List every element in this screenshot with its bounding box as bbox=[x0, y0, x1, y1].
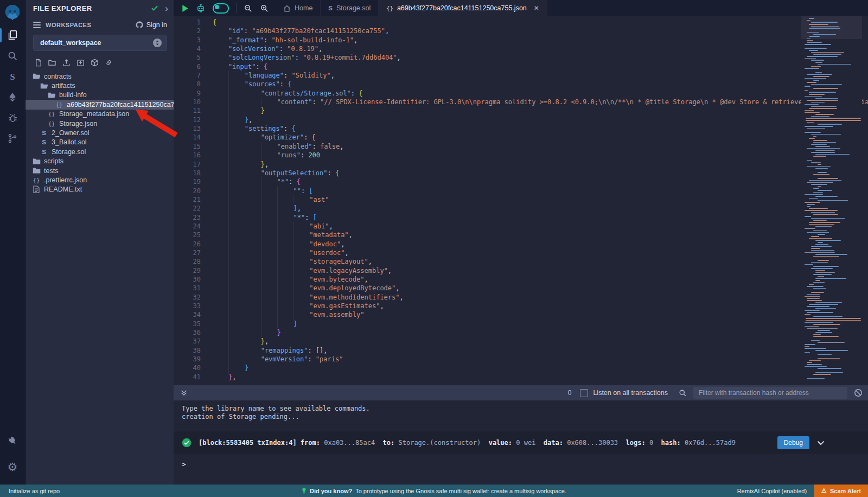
tree-item[interactable]: artifacts bbox=[25, 81, 174, 90]
code-text: "abi", bbox=[213, 222, 333, 231]
indent-guide bbox=[278, 302, 294, 310]
indent-guide bbox=[229, 98, 245, 106]
minimap-row bbox=[813, 274, 832, 275]
code-line: 17}, bbox=[174, 160, 868, 169]
tree-item[interactable]: tests bbox=[25, 166, 174, 175]
minimap[interactable] bbox=[801, 16, 862, 385]
terminal-collapse-icon[interactable] bbox=[180, 389, 188, 397]
minimap-row bbox=[805, 78, 826, 79]
tree-item[interactable]: {}Storage_metadata.json bbox=[25, 110, 174, 119]
transaction-summary[interactable]: [block:5583405 txIndex:4] from: 0xa03...… bbox=[199, 439, 777, 447]
indent-guide bbox=[245, 187, 261, 195]
file-explorer-icon[interactable] bbox=[0, 25, 25, 46]
code-text: "evm.deployedBytecode", bbox=[213, 284, 400, 292]
indent-guide bbox=[278, 266, 294, 275]
tree-item[interactable]: scripts bbox=[25, 157, 174, 166]
activity-bottom-icons: ⚙ bbox=[0, 430, 25, 477]
tab-home[interactable]: Home bbox=[276, 0, 321, 16]
signin-label: Sign in bbox=[146, 21, 167, 29]
new-file-icon[interactable] bbox=[33, 58, 43, 67]
link-icon[interactable] bbox=[104, 58, 113, 67]
tree-item[interactable]: build-info bbox=[25, 91, 174, 100]
code-line: 12}, bbox=[174, 116, 868, 124]
upload-file-icon[interactable] bbox=[61, 58, 71, 67]
tab-storage-sol[interactable]: SStorage.sol bbox=[321, 0, 379, 16]
scam-alert-button[interactable]: ⚠ Scam Alert bbox=[814, 485, 868, 497]
solidity-compiler-icon[interactable]: S bbox=[0, 66, 25, 87]
copilot-toggle[interactable] bbox=[213, 3, 229, 14]
indent-guide bbox=[245, 222, 261, 231]
indent-guide bbox=[245, 204, 261, 213]
tree-item-label: build-info bbox=[59, 91, 87, 99]
code-editor[interactable]: 1{2"id": "a69b43f277ba20fcac141151250ca7… bbox=[174, 16, 868, 385]
terminal-header: 0 Listen on all transactions bbox=[174, 385, 868, 400]
cube-icon[interactable] bbox=[90, 58, 99, 67]
token: : bbox=[295, 54, 303, 61]
indent-guide bbox=[213, 124, 229, 133]
github-signin-button[interactable]: Sign in bbox=[135, 21, 167, 29]
tree-item-label: a69b43f277ba20fcac141151250ca7... bbox=[67, 101, 180, 109]
indent-guide bbox=[261, 98, 277, 106]
tree-item[interactable]: S3_Ballot.sol bbox=[25, 138, 174, 147]
clear-console-icon[interactable] bbox=[854, 388, 863, 397]
workspace-menu-icon[interactable] bbox=[33, 22, 41, 28]
tree-item[interactable]: S2_Owner.sol bbox=[25, 128, 174, 137]
minimap-row bbox=[811, 184, 827, 185]
indent-guide bbox=[229, 124, 245, 133]
minimap-row bbox=[805, 194, 823, 195]
tip-text: To prototype using the Gnosis safe multi… bbox=[355, 488, 566, 494]
tree-item[interactable]: contracts bbox=[25, 72, 174, 81]
tree-item[interactable]: README.txt bbox=[25, 185, 174, 194]
json-icon: {} bbox=[32, 177, 41, 183]
token: "evm.legacyAssembly" bbox=[309, 267, 388, 275]
close-icon[interactable]: ✕ bbox=[534, 4, 539, 12]
zoom-in-icon[interactable] bbox=[260, 4, 269, 13]
expand-transaction-icon[interactable] bbox=[817, 441, 825, 445]
plugin-manager-icon[interactable] bbox=[0, 425, 29, 457]
minimap-row bbox=[805, 126, 833, 127]
tree-item[interactable]: {}a69b43f277ba20fcac141151250ca7... bbox=[25, 100, 174, 109]
terminal-prompt[interactable]: > bbox=[182, 460, 186, 468]
token: , bbox=[318, 45, 322, 53]
indent-guide bbox=[229, 320, 245, 328]
minimap-row bbox=[805, 68, 819, 69]
code-text: "ast" bbox=[213, 195, 329, 204]
token: "paris" bbox=[316, 355, 343, 363]
accept-check-icon[interactable] bbox=[151, 5, 158, 11]
code-line: 18"outputSelection": { bbox=[174, 169, 868, 177]
listen-all-checkbox[interactable] bbox=[580, 389, 588, 397]
token: "language" bbox=[245, 72, 284, 79]
zoom-out-icon[interactable] bbox=[244, 4, 253, 13]
search-icon[interactable] bbox=[0, 46, 25, 66]
tree-item[interactable]: {}.prettierrc.json bbox=[25, 175, 174, 184]
line-number: 9 bbox=[174, 89, 213, 98]
token: "remappings" bbox=[261, 347, 308, 354]
ai-copilot-robot-icon[interactable] bbox=[196, 3, 206, 13]
settings-icon[interactable]: ⚙ bbox=[0, 456, 25, 477]
transaction-filter-input[interactable] bbox=[693, 387, 847, 399]
panel-expand-icon[interactable]: › bbox=[165, 4, 168, 13]
minimap-row bbox=[811, 102, 825, 103]
git-icon[interactable] bbox=[0, 128, 25, 149]
copilot-status[interactable]: RemixAI Copilot (enabled) bbox=[737, 488, 807, 494]
new-folder-icon[interactable] bbox=[47, 58, 57, 67]
git-init-button[interactable]: Initialize as git repo bbox=[0, 488, 60, 494]
terminal-search-icon[interactable] bbox=[679, 389, 687, 397]
tree-item[interactable]: {}Storage.json bbox=[25, 119, 174, 128]
indent-guide bbox=[278, 310, 294, 319]
did-you-know-tip: Did you know? To prototype using the Gno… bbox=[302, 487, 566, 494]
minimap-row bbox=[815, 308, 836, 309]
tab-a69b43f277ba20fcac141151250ca755-json[interactable]: {}a69b43f277ba20fcac141151250ca755.json✕ bbox=[379, 0, 547, 16]
debugger-icon[interactable] bbox=[0, 107, 25, 128]
code-text: } bbox=[213, 364, 248, 372]
workspace-select[interactable]: default_workspace bbox=[33, 35, 167, 51]
code-line: 30"evm.bytecode", bbox=[174, 275, 868, 284]
indent-guide bbox=[213, 116, 229, 124]
run-script-icon[interactable] bbox=[181, 4, 189, 12]
tree-item[interactable]: SStorage.sol bbox=[25, 147, 174, 156]
minimap-row bbox=[811, 292, 824, 293]
terminal[interactable]: Type the library name to see available c… bbox=[174, 400, 868, 485]
deploy-and-run-icon[interactable] bbox=[0, 87, 25, 107]
debug-button[interactable]: Debug bbox=[777, 436, 809, 449]
upload-folder-icon[interactable] bbox=[75, 58, 85, 67]
